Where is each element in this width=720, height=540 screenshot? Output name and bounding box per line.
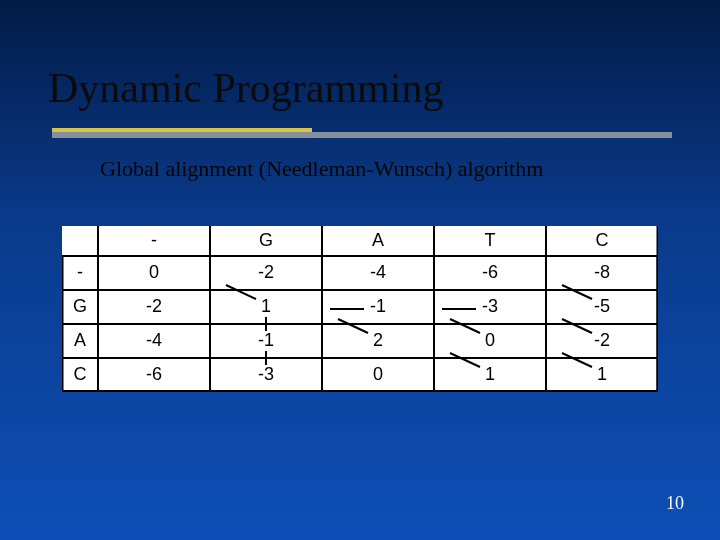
matrix-cell: 2 <box>373 330 383 350</box>
slide: Dynamic Programming Global alignment (Ne… <box>0 0 720 540</box>
slide-title: Dynamic Programming <box>48 64 443 112</box>
matrix-cell: -1 <box>370 296 386 316</box>
matrix-cell: -1 <box>258 330 274 350</box>
traceback-arrow <box>226 285 256 299</box>
matrix-cell: -5 <box>594 296 610 316</box>
matrix-cell: 1 <box>597 364 607 384</box>
col-header: T <box>485 230 496 250</box>
matrix-cell: 1 <box>261 296 271 316</box>
matrix-cell: -2 <box>594 330 610 350</box>
matrix-cell: -8 <box>594 262 610 282</box>
traceback-arrow <box>450 319 480 333</box>
matrix-cell: 0 <box>485 330 495 350</box>
matrix-cell: 0 <box>373 364 383 384</box>
matrix-cell: -3 <box>482 296 498 316</box>
row-header: G <box>73 296 87 316</box>
traceback-arrow <box>338 319 368 333</box>
matrix-cell: -6 <box>482 262 498 282</box>
row-header: A <box>74 330 86 350</box>
matrix-cell: -4 <box>146 330 162 350</box>
col-header: - <box>151 230 157 250</box>
traceback-arrow <box>562 319 592 333</box>
page-number: 10 <box>666 493 684 514</box>
matrix-cell: 1 <box>485 364 495 384</box>
matrix-cell: -2 <box>146 296 162 316</box>
score-matrix-table: -GATC -GAC 0-2-4-6-8-21-1-3-5-4-120-2-6-… <box>62 226 658 392</box>
traceback-arrow <box>562 353 592 367</box>
slide-subtitle: Global alignment (Needleman-Wunsch) algo… <box>100 156 543 182</box>
col-header: A <box>372 230 384 250</box>
row-header: C <box>74 364 87 384</box>
matrix-cell: 0 <box>149 262 159 282</box>
traceback-arrow <box>562 285 592 299</box>
col-header: G <box>259 230 273 250</box>
title-underline <box>52 132 672 138</box>
col-header: C <box>596 230 609 250</box>
matrix-cell: -4 <box>370 262 386 282</box>
matrix-cell: -6 <box>146 364 162 384</box>
matrix-cell: -2 <box>258 262 274 282</box>
row-header: - <box>77 262 83 282</box>
matrix-cell: -3 <box>258 364 274 384</box>
traceback-arrow <box>450 353 480 367</box>
